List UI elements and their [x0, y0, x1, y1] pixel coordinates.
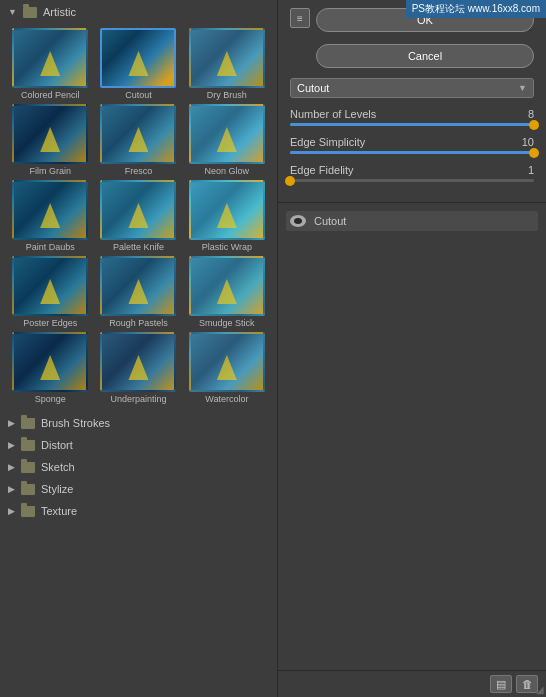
category-distort[interactable]: ▶Distort	[0, 434, 277, 456]
filter-dry-brush[interactable]: Dry Brush	[185, 28, 269, 100]
artistic-label: Artistic	[43, 6, 76, 18]
category-list: ▶Brush Strokes▶Distort▶Sketch▶Stylize▶Te…	[0, 408, 277, 526]
slider-thumb-edge-simplicity[interactable]	[529, 148, 539, 158]
dropdown-value: Cutout	[297, 82, 329, 94]
param-name-edge-simplicity: Edge Simplicity	[290, 136, 365, 148]
slider-number-of-levels[interactable]	[290, 123, 534, 126]
delete-effect-layer-button[interactable]: 🗑	[516, 675, 538, 693]
category-folder-distort	[21, 440, 35, 451]
filter-thumb-dry-brush	[189, 28, 265, 88]
filter-cutout[interactable]: Cutout	[96, 28, 180, 100]
filter-label-underpainting: Underpainting	[110, 394, 166, 404]
slider-fill-edge-simplicity	[290, 151, 534, 154]
param-name-number-of-levels: Number of Levels	[290, 108, 376, 120]
category-label-texture: Texture	[41, 505, 77, 517]
param-header-number-of-levels: Number of Levels8	[290, 108, 534, 120]
param-edge-simplicity: Edge Simplicity10	[290, 136, 534, 154]
filter-thumb-sponge	[12, 332, 88, 392]
filter-palette-knife[interactable]: Palette Knife	[96, 180, 180, 252]
slider-thumb-number-of-levels[interactable]	[529, 120, 539, 130]
param-edge-fidelity: Edge Fidelity1	[290, 164, 534, 182]
category-label-stylize: Stylize	[41, 483, 73, 495]
category-folder-sketch	[21, 462, 35, 473]
param-value-edge-fidelity: 1	[528, 164, 534, 176]
layers-toolbar: ▤ 🗑	[278, 670, 546, 697]
filter-smudge-stick[interactable]: Smudge Stick	[185, 256, 269, 328]
category-folder-stylize	[21, 484, 35, 495]
filter-label-plastic-wrap: Plastic Wrap	[202, 242, 252, 252]
filter-thumb-colored-pencil	[12, 28, 88, 88]
category-arrow-texture: ▶	[8, 506, 15, 516]
slider-edge-fidelity[interactable]	[290, 179, 534, 182]
filter-label-paint-daubs: Paint Daubs	[26, 242, 75, 252]
filter-dropdown[interactable]: Cutout ▼	[290, 78, 534, 98]
filter-neon-glow[interactable]: Neon Glow	[185, 104, 269, 176]
param-header-edge-simplicity: Edge Simplicity10	[290, 136, 534, 148]
slider-edge-simplicity[interactable]	[290, 151, 534, 154]
layer-item[interactable]: Cutout	[286, 211, 538, 231]
filter-label-cutout: Cutout	[125, 90, 152, 100]
params-container: Number of Levels8Edge Simplicity10Edge F…	[290, 108, 534, 182]
param-value-edge-simplicity: 10	[522, 136, 534, 148]
filter-colored-pencil[interactable]: Colored Pencil	[8, 28, 92, 100]
param-name-edge-fidelity: Edge Fidelity	[290, 164, 354, 176]
category-arrow-brush-strokes: ▶	[8, 418, 15, 428]
filter-poster-edges[interactable]: Poster Edges	[8, 256, 92, 328]
layers-content: Cutout	[278, 203, 546, 670]
category-arrow-sketch: ▶	[8, 462, 15, 472]
filter-underpainting[interactable]: Underpainting	[96, 332, 180, 404]
layers-panel: Cutout ▤ 🗑	[278, 202, 546, 697]
filter-thumb-smudge-stick	[189, 256, 265, 316]
filter-sponge[interactable]: Sponge	[8, 332, 92, 404]
filter-rough-pastels[interactable]: Rough Pastels	[96, 256, 180, 328]
filter-plastic-wrap[interactable]: Plastic Wrap	[185, 180, 269, 252]
filter-thumb-film-grain	[12, 104, 88, 164]
category-label-sketch: Sketch	[41, 461, 75, 473]
filter-thumb-poster-edges	[12, 256, 88, 316]
filter-film-grain[interactable]: Film Grain	[8, 104, 92, 176]
filter-label-sponge: Sponge	[35, 394, 66, 404]
filter-label-fresco: Fresco	[125, 166, 153, 176]
filter-thumb-neon-glow	[189, 104, 265, 164]
filter-label-rough-pastels: Rough Pastels	[109, 318, 168, 328]
filter-label-dry-brush: Dry Brush	[207, 90, 247, 100]
filter-watercolor[interactable]: Watercolor	[185, 332, 269, 404]
cancel-button[interactable]: Cancel	[316, 44, 534, 68]
filter-label-neon-glow: Neon Glow	[205, 166, 250, 176]
filter-thumb-rough-pastels	[100, 256, 176, 316]
param-number-of-levels: Number of Levels8	[290, 108, 534, 126]
filter-thumb-plastic-wrap	[189, 180, 265, 240]
chevron-down-icon: ▼	[518, 83, 527, 93]
resize-corner[interactable]: ◢	[536, 684, 544, 695]
filter-fresco[interactable]: Fresco	[96, 104, 180, 176]
settings-area: Cutout ▼ Number of Levels8Edge Simplicit…	[278, 68, 546, 202]
category-brush-strokes[interactable]: ▶Brush Strokes	[0, 412, 277, 434]
filter-label-poster-edges: Poster Edges	[23, 318, 77, 328]
category-arrow-stylize: ▶	[8, 484, 15, 494]
left-panel: ▼ Artistic Colored PencilCutoutDry Brush…	[0, 0, 278, 697]
artistic-section-header[interactable]: ▼ Artistic	[0, 0, 277, 24]
layer-name: Cutout	[314, 215, 346, 227]
category-arrow-distort: ▶	[8, 440, 15, 450]
category-folder-brush-strokes	[21, 418, 35, 429]
category-sketch[interactable]: ▶Sketch	[0, 456, 277, 478]
slider-thumb-edge-fidelity[interactable]	[285, 176, 295, 186]
category-texture[interactable]: ▶Texture	[0, 500, 277, 522]
category-folder-texture	[21, 506, 35, 517]
filter-label-smudge-stick: Smudge Stick	[199, 318, 255, 328]
slider-fill-number-of-levels	[290, 123, 534, 126]
category-stylize[interactable]: ▶Stylize	[0, 478, 277, 500]
new-effect-layer-button[interactable]: ▤	[490, 675, 512, 693]
filter-thumb-underpainting	[100, 332, 176, 392]
right-panel: ≡ OK Cancel Cutout ▼ Number of Levels8Ed…	[278, 0, 546, 697]
filter-thumb-paint-daubs	[12, 180, 88, 240]
filter-thumb-palette-knife	[100, 180, 176, 240]
filter-label-watercolor: Watercolor	[205, 394, 248, 404]
filter-paint-daubs[interactable]: Paint Daubs	[8, 180, 92, 252]
param-value-number-of-levels: 8	[528, 108, 534, 120]
expand-button[interactable]: ≡	[290, 8, 310, 28]
category-label-brush-strokes: Brush Strokes	[41, 417, 110, 429]
layer-visibility-icon[interactable]	[290, 215, 306, 227]
filter-grid: Colored PencilCutoutDry BrushFilm GrainF…	[0, 24, 277, 408]
filter-thumb-fresco	[100, 104, 176, 164]
